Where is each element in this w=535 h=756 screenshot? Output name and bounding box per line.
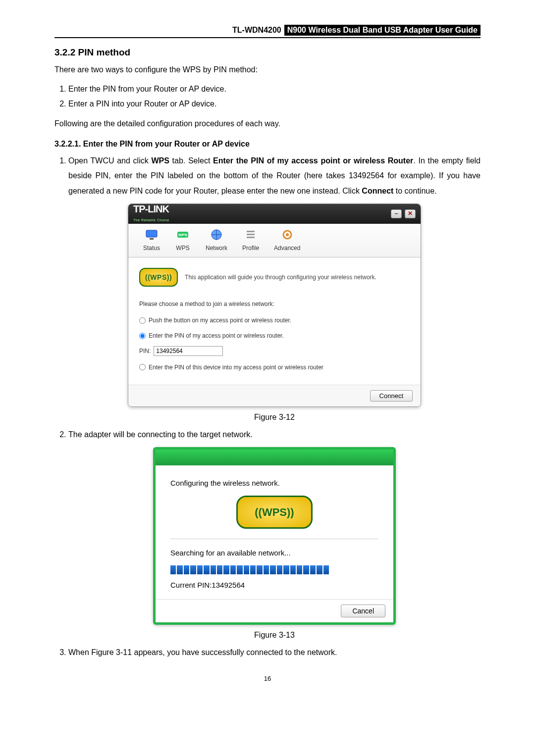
progress-segment	[223, 565, 229, 574]
step1-part-d: to continue.	[393, 187, 436, 195]
subsection-heading: 3.2.2.1. Enter the PIN from your Router …	[54, 140, 481, 149]
step1-wps-bold: WPS	[151, 156, 169, 165]
intro-text: There are two ways to configure the WPS …	[54, 64, 481, 76]
pin-label: PIN:	[139, 346, 151, 357]
wps-intro-row: ((WPS)) This application will guide you …	[139, 268, 410, 287]
progress-segment	[317, 565, 322, 574]
step1-bold2: Enter the PIN of my access point or wire…	[213, 156, 413, 165]
minimize-button[interactable]: –	[391, 209, 402, 218]
progress-segment	[277, 565, 282, 574]
progress-segment	[303, 565, 309, 574]
logo-block: TP-LINK The Reliable Choice	[133, 204, 169, 223]
divider	[170, 539, 378, 539]
globe-icon	[209, 228, 224, 242]
tab-wps-label: WPS	[176, 245, 189, 252]
page-number: 16	[54, 675, 481, 682]
tplink-tagline: The Reliable Choice	[133, 217, 169, 223]
progress-segment	[177, 565, 182, 574]
step1-connect-bold: Connect	[362, 187, 393, 195]
progress-segment	[257, 565, 262, 574]
radio-enter-pin-device[interactable]: Enter the PIN of this device into my acc…	[139, 362, 410, 373]
page-header: TL-WDN4200 N900 Wireless Dual Band USB A…	[54, 25, 481, 38]
radio-enter-pin-ap-input[interactable]	[139, 333, 146, 339]
section-heading: 3.2.2 PIN method	[54, 47, 481, 58]
progress-titlebar	[156, 450, 393, 465]
model-number: TL-WDN4200	[229, 25, 284, 36]
progress-segment	[244, 565, 249, 574]
tab-wps[interactable]: WPS WPS	[175, 228, 191, 254]
connect-button[interactable]: Connect	[370, 390, 413, 402]
progress-segment	[230, 565, 236, 574]
svg-rect-5	[247, 231, 255, 232]
progress-bar	[170, 565, 329, 574]
wps-badge-icon: ((WPS))	[139, 268, 178, 287]
progress-segment	[290, 565, 296, 574]
ways-list: Enter the PIN from your Router or AP dev…	[54, 82, 481, 112]
choose-method-text: Please choose a method to join a wireles…	[139, 299, 410, 310]
tab-advanced-label: Advanced	[274, 245, 300, 252]
svg-text:WPS: WPS	[178, 233, 188, 237]
tab-advanced[interactable]: Advanced	[274, 228, 300, 254]
tplink-logo: TP-LINK	[133, 203, 169, 214]
progress-segment	[197, 565, 203, 574]
svg-rect-7	[247, 237, 255, 238]
configuring-text: Configuring the wireless network.	[170, 476, 378, 491]
step2-text: The adapter will be connecting to the ta…	[68, 430, 253, 439]
radio-push-label: Push the button on my access point or wi…	[149, 315, 291, 326]
tab-profile-label: Profile	[242, 245, 259, 252]
radio-enter-pin-device-label: Enter the PIN of this device into my acc…	[149, 362, 323, 373]
twcu-window: TP-LINK The Reliable Choice – ✕ Status	[128, 203, 421, 407]
cancel-button[interactable]: Cancel	[341, 605, 385, 617]
progress-segment	[204, 565, 209, 574]
progress-dialog: Configuring the wireless network. ((WPS)…	[153, 447, 396, 625]
progress-body: Configuring the wireless network. ((WPS)…	[156, 465, 393, 599]
app-titlebar: TP-LINK The Reliable Choice – ✕	[128, 204, 421, 224]
svg-rect-6	[247, 234, 255, 235]
app-footer: Connect	[128, 385, 421, 406]
svg-rect-0	[146, 230, 157, 237]
close-button[interactable]: ✕	[405, 209, 416, 218]
tab-status[interactable]: Status	[143, 228, 160, 254]
figure-3-12-caption: Figure 3-12	[68, 410, 481, 425]
gear-icon	[279, 228, 295, 242]
searching-text: Searching for an available network...	[170, 546, 378, 560]
radio-push-input[interactable]	[139, 317, 146, 324]
step-1: Open TWCU and click WPS tab. Select Ente…	[68, 153, 481, 425]
app-content: ((WPS)) This application will guide you …	[128, 257, 421, 385]
progress-segment	[270, 565, 275, 574]
progress-segment	[237, 565, 242, 574]
radio-enter-pin-device-input[interactable]	[139, 364, 146, 370]
tab-network[interactable]: Network	[206, 228, 227, 254]
step-3: When Figure 3-11 appears, you have succe…	[68, 645, 481, 660]
guide-title: N900 Wireless Dual Band USB Adapter User…	[284, 25, 481, 36]
step1-part-b: tab. Select	[169, 156, 213, 165]
progress-segment	[190, 565, 196, 574]
progress-segment	[264, 565, 269, 574]
current-pin-text: Current PIN:13492564	[170, 578, 378, 593]
list-icon	[243, 228, 259, 242]
progress-segment	[211, 565, 216, 574]
window-controls: – ✕	[391, 209, 416, 218]
progress-segment	[297, 565, 302, 574]
progress-segment	[170, 565, 176, 574]
progress-segment	[310, 565, 316, 574]
step1-part-a: Open TWCU and click	[68, 156, 151, 165]
way-2: Enter a PIN into your Router or AP devic…	[68, 97, 481, 111]
progress-segment	[217, 565, 222, 574]
step-list: Open TWCU and click WPS tab. Select Ente…	[54, 153, 481, 660]
figure-3-13-caption: Figure 3-13	[68, 628, 481, 643]
pin-input[interactable]	[154, 346, 223, 356]
progress-segment	[283, 565, 289, 574]
svg-point-9	[286, 233, 289, 236]
app-tabs: Status WPS WPS Network	[128, 224, 421, 257]
tab-profile[interactable]: Profile	[242, 228, 259, 254]
tab-status-label: Status	[143, 245, 160, 252]
radio-enter-pin-ap[interactable]: Enter the PIN of my access point or wire…	[139, 330, 410, 342]
progress-segment	[250, 565, 256, 574]
radio-push-button[interactable]: Push the button on my access point or wi…	[139, 315, 410, 326]
tab-network-label: Network	[206, 245, 227, 252]
wps-icon: WPS	[175, 228, 191, 242]
following-text: Following are the detailed configuration…	[54, 118, 481, 130]
progress-footer: Cancel	[156, 599, 393, 622]
step-2: The adapter will be connecting to the ta…	[68, 427, 481, 643]
